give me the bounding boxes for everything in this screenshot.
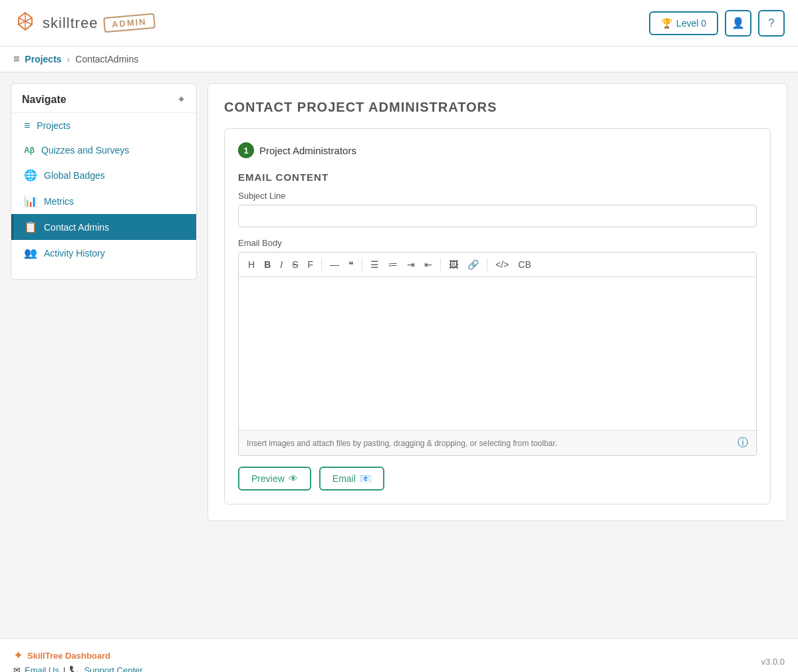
sidebar-item-metrics-label: Metrics: [44, 196, 74, 207]
email-button[interactable]: Email 📧: [319, 467, 384, 491]
indent-decrease-button[interactable]: ⇤: [420, 257, 436, 273]
indent-decrease-icon: ⇤: [424, 259, 432, 270]
content-area: CONTACT PROJECT ADMINISTRATORS 1 Project…: [207, 83, 787, 521]
sidebar-item-quizzes-label: Quizzes and Surveys: [41, 145, 129, 156]
sidebar: Navigate ✦ ≡ Projects Aβ Quizzes and Sur…: [11, 83, 197, 280]
strikethrough-icon: S: [292, 259, 298, 270]
sidebar-item-metrics[interactable]: 📊 Metrics: [11, 188, 196, 214]
logo-text: skilltree: [43, 15, 98, 32]
footer-links: ✉ Email Us | 📞 Support Center: [13, 665, 143, 672]
footer-brand: SkillTree Dashboard: [27, 651, 110, 661]
sidebar-item-contact-label: Contact Admins: [44, 222, 109, 233]
ordered-list-icon: ≔: [388, 259, 398, 270]
sidebar-item-quizzes[interactable]: Aβ Quizzes and Surveys: [11, 138, 196, 162]
level-button[interactable]: 🏆 Level 0: [649, 11, 718, 35]
email-icon: 📧: [360, 473, 371, 484]
italic-button[interactable]: I: [276, 257, 287, 273]
editor-footer-text: Insert images and attach files by pastin…: [247, 439, 737, 448]
admin-count-badge: 1: [238, 142, 254, 158]
support-center-link[interactable]: Support Center: [84, 665, 142, 672]
action-buttons: Preview 👁 Email 📧: [238, 467, 757, 491]
preview-button[interactable]: Preview 👁: [238, 467, 311, 491]
footer: ✦ SkillTree Dashboard ✉ Email Us | 📞 Sup…: [0, 638, 798, 672]
sidebar-item-projects-label: Projects: [37, 120, 70, 131]
header-left: skilltree ADMIN: [13, 11, 154, 35]
sidebar-item-history-label: Activity History: [44, 248, 105, 259]
question-icon: ?: [769, 17, 775, 29]
ordered-list-button[interactable]: ≔: [384, 257, 402, 273]
italic-icon: I: [280, 259, 283, 270]
link-button[interactable]: 🔗: [464, 257, 483, 273]
bold-icon: B: [264, 259, 271, 270]
admin-badge: ADMIN: [103, 13, 155, 33]
projects-icon: ≡: [24, 120, 30, 132]
separator-2: [362, 258, 362, 271]
indent-increase-button[interactable]: ⇥: [403, 257, 419, 273]
sidebar-item-projects[interactable]: ≡ Projects: [11, 113, 196, 138]
image-icon: 🖼: [449, 259, 458, 270]
email-content-title: EMAIL CONTENT: [238, 171, 757, 183]
link-icon: 🔗: [467, 259, 479, 270]
email-icon-small: ✉: [13, 665, 21, 672]
sidebar-title: Navigate: [22, 94, 66, 106]
sidebar-item-badges[interactable]: 🌐 Global Badges: [11, 162, 196, 188]
separator-4: [487, 258, 487, 271]
preview-icon: 👁: [289, 473, 298, 484]
sidebar-header: Navigate ✦: [11, 84, 196, 113]
indent-increase-icon: ⇥: [407, 259, 415, 270]
admin-count-label: Project Administrators: [259, 145, 356, 156]
metrics-icon: 📊: [24, 195, 37, 207]
strikethrough-button[interactable]: S: [288, 257, 302, 273]
phone-icon-small: 📞: [69, 665, 80, 672]
divider-icon: —: [330, 259, 339, 270]
image-button[interactable]: 🖼: [445, 257, 462, 273]
code-block-icon: </>: [495, 259, 509, 270]
breadcrumb-separator: ›: [67, 54, 70, 64]
help-circle-icon[interactable]: ⓘ: [737, 436, 748, 450]
skilltree-logo-icon: [13, 11, 37, 35]
editor-toolbar: H B I S F —: [239, 253, 756, 277]
subject-line-input[interactable]: [238, 205, 757, 227]
separator-1: [321, 258, 322, 271]
level-label: Level 0: [676, 18, 706, 29]
email-body-editor[interactable]: [239, 277, 756, 430]
editor-footer: Insert images and attach files by pastin…: [239, 430, 756, 455]
breadcrumb-projects-link[interactable]: Projects: [25, 54, 61, 64]
header: skilltree ADMIN 🏆 Level 0 👤 ?: [0, 0, 798, 47]
code-block-button[interactable]: </>: [491, 257, 513, 273]
editor-container: H B I S F —: [238, 252, 757, 456]
breadcrumb: ≡ Projects › ContactAdmins: [0, 47, 798, 72]
bullet-list-icon: ☰: [370, 259, 379, 270]
help-button[interactable]: ?: [758, 10, 785, 37]
bold-button[interactable]: B: [260, 257, 275, 273]
cb-icon: CB: [518, 259, 531, 270]
header-right: 🏆 Level 0 👤 ?: [649, 10, 785, 37]
preview-label: Preview: [251, 473, 285, 484]
trophy-icon: 🏆: [661, 18, 672, 29]
user-button[interactable]: 👤: [725, 10, 751, 37]
pin-icon[interactable]: ✦: [177, 93, 186, 106]
footer-version: v3.0.0: [761, 657, 785, 667]
cb-button[interactable]: CB: [514, 257, 535, 273]
contact-icon: 📋: [24, 221, 37, 233]
email-body-label: Email Body: [238, 238, 757, 248]
email-us-link[interactable]: Email Us: [25, 665, 59, 672]
history-icon: 👥: [24, 247, 37, 259]
separator-3: [440, 258, 441, 271]
email-label: Email: [332, 473, 356, 484]
footer-logo-icon: ✦: [13, 648, 23, 663]
contact-card: 1 Project Administrators EMAIL CONTENT S…: [224, 128, 771, 504]
bullet-list-button[interactable]: ☰: [366, 257, 383, 273]
user-icon: 👤: [732, 17, 745, 29]
divider-button[interactable]: —: [326, 257, 343, 273]
sidebar-item-contact[interactable]: 📋 Contact Admins: [11, 214, 196, 240]
sidebar-item-history[interactable]: 👥 Activity History: [11, 240, 196, 266]
code-button[interactable]: F: [303, 257, 317, 273]
footer-separator: |: [63, 665, 65, 672]
heading-button[interactable]: H: [244, 257, 259, 273]
heading-icon: H: [248, 259, 255, 270]
footer-left: ✦ SkillTree Dashboard ✉ Email Us | 📞 Sup…: [13, 648, 143, 672]
blockquote-button[interactable]: ❝: [344, 257, 358, 273]
main-layout: Navigate ✦ ≡ Projects Aβ Quizzes and Sur…: [0, 72, 798, 638]
blockquote-icon: ❝: [348, 259, 354, 270]
